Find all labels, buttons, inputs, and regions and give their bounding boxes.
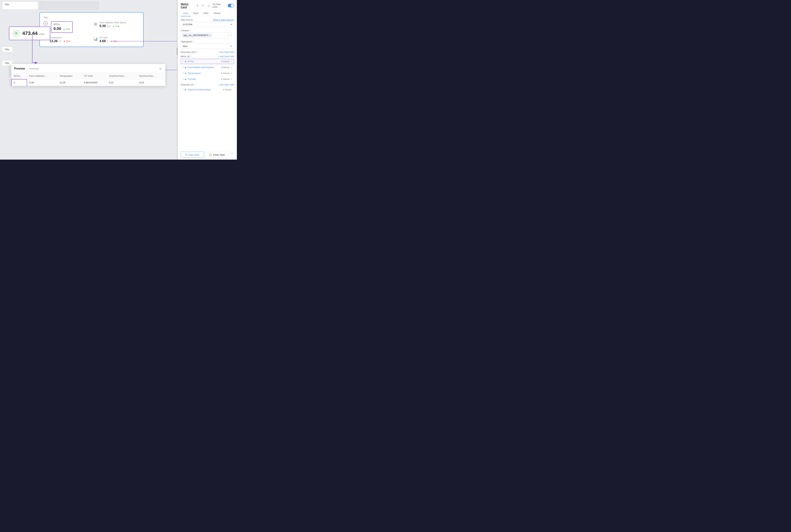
- panel-footer: ⧉ Copy Style 📋 Paste Style ?: [178, 150, 237, 159]
- tdyield-icon: 📊: [93, 37, 98, 41]
- preview-table-container: WTGs Farm Statistics... Temperature TD Y…: [11, 73, 165, 86]
- field-remove-temperature[interactable]: ✕: [231, 72, 233, 75]
- temperature-value: 13.26: [50, 39, 58, 43]
- preview-close-btn[interactable]: ✕: [158, 66, 162, 71]
- category-field: Category ? pgc_csv_1687094629674 ✕ ▾ ✎: [181, 29, 234, 38]
- canvas-scrollbar[interactable]: [177, 0, 178, 159]
- col-yoy1: YearOverYearl...: [107, 73, 136, 79]
- panel-body: Data Source What is Data Source? SYSTEM …: [178, 17, 237, 150]
- field-arrow-wtgs: ▶: [185, 60, 186, 62]
- field-remove-wtgs[interactable]: ✕: [231, 60, 233, 63]
- extension-item-yoy: ⠿ ▶ YearOverYearIncrease ▾ Default: [181, 87, 234, 92]
- try-new-look: Try New Look: [212, 3, 234, 8]
- copy-icon: ⧉: [185, 153, 187, 156]
- temperature-unit: °C: [59, 40, 61, 43]
- category-label: Category: [181, 29, 189, 32]
- drag-handle-farmstat[interactable]: ⠿: [182, 66, 184, 69]
- field-name-wtgs[interactable]: WTGs: [187, 60, 221, 63]
- windspeed-unit: m/s: [107, 25, 111, 27]
- download-label: Download: [29, 68, 39, 70]
- title-widget-1: Title: [2, 1, 38, 10]
- dimension-help-icon[interactable]: ?: [197, 51, 198, 53]
- category-dropdown-icon[interactable]: ▾: [228, 34, 229, 37]
- metric-small-unit: MWh: [39, 33, 44, 36]
- metric-item-wtgs: ⊕ WTGs 0.00 ▲ 23%: [43, 21, 90, 33]
- paste-icon: 📋: [209, 153, 212, 156]
- category-tag-remove[interactable]: ✕: [209, 34, 210, 37]
- cell-farmstat: 5.39: [27, 79, 57, 86]
- download-btn[interactable]: ↓ Download: [27, 68, 39, 70]
- extension-add-btn[interactable]: + Add Data Field: [218, 83, 234, 86]
- col-tdyield: TD Yield: [82, 73, 107, 79]
- tab-style[interactable]: Style: [190, 11, 201, 16]
- drag-handle-tdyield[interactable]: ⠿: [182, 78, 184, 80]
- field-name-farmstat[interactable]: FarmStatisticsWindspeed: [187, 66, 221, 69]
- metric-item-temperature: 🌡 Temperature 13.26 °C ▼ 23%: [43, 36, 90, 43]
- panel-title: Metric Card: [181, 2, 195, 8]
- temperature-trend: ▼ 23%: [63, 40, 70, 43]
- metric-add-btn[interactable]: + Add Data Field: [218, 55, 234, 58]
- cell-yoy1: 0.23: [107, 79, 136, 86]
- dimension-section-header: Dimension (0/1) ? + Add Data Field: [181, 51, 234, 53]
- preview-title: Preview: [14, 67, 25, 70]
- field-default-yoy[interactable]: ▾ Default: [223, 89, 232, 91]
- tab-others[interactable]: Others: [211, 11, 223, 16]
- title-widget-left-2: Title: [2, 46, 13, 52]
- help-button[interactable]: ?: [230, 152, 234, 156]
- category-tag-value: pgc_csv_1687094629674: [184, 34, 208, 37]
- title-widget-2: [39, 1, 99, 10]
- data-source-field: Data Source What is Data Source? SYSTEM: [181, 19, 234, 27]
- windspeed-trend: ▲ 23%: [112, 25, 119, 27]
- canvas-area: Title Title ⊕ WTGs 0.00 ▲ 23%: [0, 0, 178, 159]
- dimension-label: Dimension (0/1): [181, 51, 196, 53]
- aggregation-select[interactable]: false: [181, 43, 234, 49]
- field-name-tdyield[interactable]: TDYield: [187, 78, 221, 80]
- extension-help-icon[interactable]: ?: [194, 84, 195, 86]
- windspeed-value: 5.39: [99, 24, 106, 28]
- panel-header: Metric Card ⇅ ↻ ⊡ Try New Look Data Styl…: [178, 0, 237, 17]
- drag-handle-wtgs[interactable]: ⠿: [182, 60, 184, 63]
- field-name-temperature[interactable]: Temperature: [187, 72, 221, 75]
- dimension-add-btn[interactable]: + Add Data Field: [218, 51, 234, 53]
- data-source-link[interactable]: What is Data Source?: [213, 19, 234, 21]
- paste-style-button[interactable]: 📋 Paste Style: [205, 152, 229, 158]
- drag-handle-temperature[interactable]: ⠿: [182, 72, 184, 75]
- tdyield-label: TD Yield: [99, 36, 117, 39]
- field-default-temperature[interactable]: ▾ Default: [221, 72, 229, 75]
- title-label-1: Title: [4, 3, 9, 6]
- copy-style-button[interactable]: ⧉ Copy Style: [181, 152, 204, 158]
- right-panel: Metric Card ⇅ ↻ ⊡ Try New Look Data Styl…: [178, 0, 237, 159]
- aggregation-help-icon[interactable]: ?: [193, 40, 194, 43]
- field-default-farmstat[interactable]: ▾ Default: [221, 66, 229, 69]
- panel-sort-icon[interactable]: ⇅: [195, 3, 200, 8]
- panel-export-icon[interactable]: ⊡: [206, 3, 211, 8]
- data-source-select[interactable]: SYSTEM: [181, 22, 234, 27]
- aggregation-field: Aggregation ? false: [181, 40, 234, 49]
- field-default-wtgs[interactable]: ▾ Default: [221, 60, 229, 63]
- category-help-icon[interactable]: ?: [190, 30, 191, 32]
- field-remove-farmstat[interactable]: ✕: [231, 66, 233, 69]
- category-edit-icon[interactable]: ✎: [231, 34, 233, 37]
- wtg-circle-icon: ⊕: [43, 21, 48, 26]
- preview-panel[interactable]: Preview ↓ Download ✕ WTGs Farm Statistic…: [11, 64, 165, 86]
- field-remove-tdyield[interactable]: ✕: [231, 78, 233, 80]
- panel-refresh-icon[interactable]: ↻: [201, 3, 205, 8]
- field-name-yoy[interactable]: YearOverYearIncrease: [187, 88, 223, 91]
- tdyield-unit: h: [107, 40, 108, 43]
- metric-item-windspeed: ▦ Farm Statistics Wind Speed 5.39 m/s ▲ …: [93, 21, 140, 33]
- tab-filter[interactable]: Filter: [201, 11, 211, 16]
- metric-item-farmstat: ⠿ ▶ FarmStatisticsWindspeed ▾ Default ✕: [181, 65, 234, 70]
- field-arrow-yoy: ▶: [185, 89, 186, 91]
- field-arrow-tdyield: ▶: [185, 78, 186, 80]
- metric-card-main: Title ⊕ WTGs 0.00 ▲ 23% ▦: [39, 12, 144, 47]
- metric-help-icon[interactable]: ?: [190, 55, 192, 58]
- tdyield-trend: ▼ 23%: [110, 40, 117, 43]
- extension-label: Extension (2): [181, 83, 194, 86]
- tab-data[interactable]: Data: [181, 11, 190, 16]
- toggle-new-look[interactable]: [228, 4, 234, 7]
- field-default-tdyield[interactable]: ▾ Default: [221, 78, 229, 80]
- download-icon: ↓: [27, 68, 28, 70]
- title-label-3: Title: [4, 62, 9, 64]
- drag-handle-yoy[interactable]: ⠿: [182, 89, 184, 91]
- preview-table: WTGs Farm Statistics... Temperature TD Y…: [11, 73, 165, 86]
